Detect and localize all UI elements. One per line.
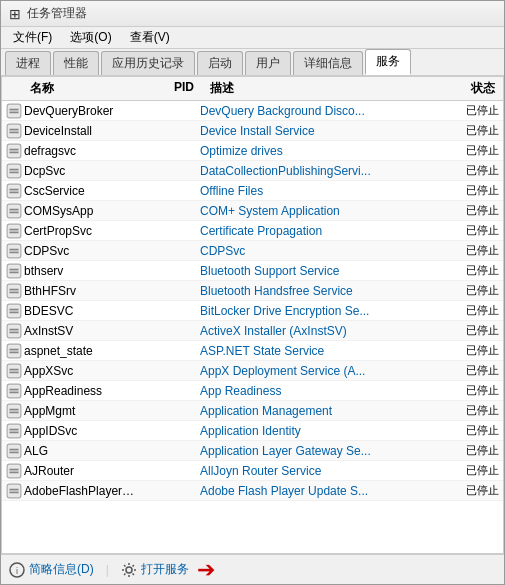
menu-file[interactable]: 文件(F) <box>5 27 60 48</box>
svg-rect-58 <box>9 488 18 490</box>
service-desc: Device Install Service <box>192 124 443 138</box>
service-name: AppXSvc <box>24 364 142 378</box>
arrow-icon: ➔ <box>197 559 215 581</box>
svg-rect-21 <box>7 244 21 258</box>
service-status: 已停止 <box>443 343 503 358</box>
svg-rect-40 <box>9 368 18 370</box>
service-status: 已停止 <box>443 463 503 478</box>
service-name: CertPropSvc <box>24 224 142 238</box>
table-header: 名称 PID 描述 状态 <box>2 77 503 101</box>
service-status: 已停止 <box>443 243 503 258</box>
svg-rect-18 <box>7 224 21 238</box>
service-desc: Bluetooth Support Service <box>192 264 443 278</box>
svg-rect-24 <box>7 264 21 278</box>
service-name: AppReadiness <box>24 384 142 398</box>
service-desc: ActiveX Installer (AxInstSV) <box>192 324 443 338</box>
service-desc: ASP.NET State Service <box>192 344 443 358</box>
divider: | <box>106 563 109 577</box>
service-name: AppIDSvc <box>24 424 142 438</box>
table-row[interactable]: COMSysApp COM+ System Application 已停止 <box>2 201 503 221</box>
svg-rect-22 <box>9 248 18 250</box>
tab-app-history[interactable]: 应用历史记录 <box>101 51 195 75</box>
table-row[interactable]: AppXSvc AppX Deployment Service (A... 已停… <box>2 361 503 381</box>
service-status: 已停止 <box>443 403 503 418</box>
service-name: AxInstSV <box>24 324 142 338</box>
gear-icon <box>121 562 137 578</box>
service-icon <box>6 283 22 299</box>
tab-services[interactable]: 服务 <box>365 49 411 75</box>
table-row[interactable]: BDESVC BitLocker Drive Encryption Se... … <box>2 301 503 321</box>
svg-rect-36 <box>7 344 21 358</box>
svg-rect-34 <box>9 328 18 330</box>
service-icon <box>6 363 22 379</box>
tab-startup[interactable]: 启动 <box>197 51 243 75</box>
svg-rect-30 <box>7 304 21 318</box>
service-status: 已停止 <box>443 163 503 178</box>
service-status: 已停止 <box>443 103 503 118</box>
service-icon <box>6 303 22 319</box>
svg-point-62 <box>126 567 132 573</box>
open-services-button[interactable]: 打开服务 ➔ <box>121 559 215 581</box>
tab-users[interactable]: 用户 <box>245 51 291 75</box>
service-name: aspnet_state <box>24 344 142 358</box>
table-row[interactable]: AJRouter AllJoyn Router Service 已停止 <box>2 461 503 481</box>
tab-process[interactable]: 进程 <box>5 51 51 75</box>
svg-rect-15 <box>7 204 21 218</box>
header-name[interactable]: 名称 <box>22 80 152 97</box>
table-row[interactable]: aspnet_state ASP.NET State Service 已停止 <box>2 341 503 361</box>
open-services-label: 打开服务 <box>141 561 189 578</box>
table-body[interactable]: DevQueryBroker DevQuery Background Disco… <box>2 101 503 553</box>
svg-rect-39 <box>7 364 21 378</box>
svg-rect-19 <box>9 228 18 230</box>
service-status: 已停止 <box>443 263 503 278</box>
table-row[interactable]: bthserv Bluetooth Support Service 已停止 <box>2 261 503 281</box>
service-icon <box>6 203 22 219</box>
table-row[interactable]: defragsvc Optimize drives 已停止 <box>2 141 503 161</box>
menu-bar: 文件(F) 选项(O) 查看(V) <box>1 27 504 49</box>
svg-rect-27 <box>7 284 21 298</box>
services-content: 名称 PID 描述 状态 DevQueryBroker DevQuery Bac… <box>1 77 504 554</box>
brief-info-button[interactable]: i 简略信息(D) <box>9 561 94 578</box>
service-desc: Bluetooth Handsfree Service <box>192 284 443 298</box>
table-row[interactable]: CertPropSvc Certificate Propagation 已停止 <box>2 221 503 241</box>
window-icon: ⊞ <box>9 6 21 22</box>
svg-rect-44 <box>9 391 18 393</box>
menu-view[interactable]: 查看(V) <box>122 27 178 48</box>
service-name: BthHFSrv <box>24 284 142 298</box>
svg-rect-51 <box>7 444 21 458</box>
table-row[interactable]: CDPSvc CDPSvc 已停止 <box>2 241 503 261</box>
svg-rect-45 <box>7 404 21 418</box>
svg-rect-57 <box>7 484 21 498</box>
table-row[interactable]: AxInstSV ActiveX Installer (AxInstSV) 已停… <box>2 321 503 341</box>
table-row[interactable]: AdobeFlashPlayerUpdat... Adobe Flash Pla… <box>2 481 503 501</box>
table-row[interactable]: BthHFSrv Bluetooth Handsfree Service 已停止 <box>2 281 503 301</box>
service-icon <box>6 183 22 199</box>
service-desc: Optimize drives <box>192 144 443 158</box>
svg-rect-31 <box>9 308 18 310</box>
header-desc[interactable]: 描述 <box>202 80 443 97</box>
service-icon <box>6 383 22 399</box>
table-row[interactable]: ALG Application Layer Gateway Se... 已停止 <box>2 441 503 461</box>
service-name: DevQueryBroker <box>24 104 142 118</box>
svg-rect-7 <box>9 148 18 150</box>
service-name: bthserv <box>24 264 142 278</box>
service-name: DeviceInstall <box>24 124 142 138</box>
service-desc: Application Identity <box>192 424 443 438</box>
tab-performance[interactable]: 性能 <box>53 51 99 75</box>
table-row[interactable]: AppReadiness App Readiness 已停止 <box>2 381 503 401</box>
header-status[interactable]: 状态 <box>443 80 503 97</box>
svg-rect-12 <box>7 184 21 198</box>
table-row[interactable]: DevQueryBroker DevQuery Background Disco… <box>2 101 503 121</box>
menu-options[interactable]: 选项(O) <box>62 27 119 48</box>
service-status: 已停止 <box>443 203 503 218</box>
table-row[interactable]: CscService Offline Files 已停止 <box>2 181 503 201</box>
header-pid[interactable]: PID <box>152 80 202 97</box>
table-row[interactable]: AppMgmt Application Management 已停止 <box>2 401 503 421</box>
table-row[interactable]: DcpSvc DataCollectionPublishingServi... … <box>2 161 503 181</box>
svg-rect-3 <box>7 124 21 138</box>
table-row[interactable]: DeviceInstall Device Install Service 已停止 <box>2 121 503 141</box>
tab-details[interactable]: 详细信息 <box>293 51 363 75</box>
svg-text:i: i <box>16 566 18 576</box>
title-bar: ⊞ 任务管理器 <box>1 1 504 27</box>
table-row[interactable]: AppIDSvc Application Identity 已停止 <box>2 421 503 441</box>
